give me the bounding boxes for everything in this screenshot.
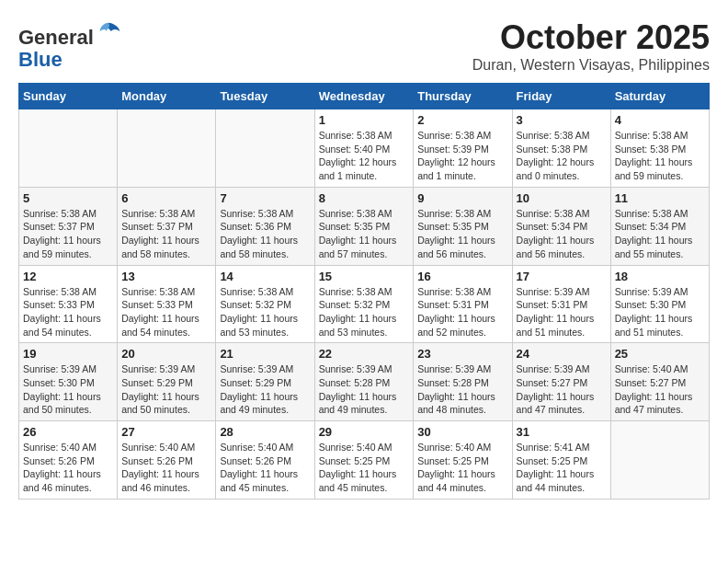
weekday-header-friday: Friday bbox=[512, 84, 610, 109]
day-info: Sunrise: 5:39 AMSunset: 5:31 PMDaylight:… bbox=[517, 285, 607, 339]
day-info: Sunrise: 5:38 AMSunset: 5:32 PMDaylight:… bbox=[220, 285, 310, 339]
logo-general: General bbox=[18, 26, 94, 49]
day-info: Sunrise: 5:38 AMSunset: 5:34 PMDaylight:… bbox=[615, 207, 705, 261]
weekday-header-monday: Monday bbox=[118, 84, 216, 109]
calendar-week-row: 1Sunrise: 5:38 AMSunset: 5:40 PMDaylight… bbox=[19, 109, 710, 188]
day-number: 29 bbox=[319, 425, 410, 439]
calendar-cell: 26Sunrise: 5:40 AMSunset: 5:26 PMDayligh… bbox=[19, 421, 118, 500]
day-info: Sunrise: 5:40 AMSunset: 5:27 PMDaylight:… bbox=[615, 362, 705, 417]
day-number: 24 bbox=[517, 347, 607, 361]
calendar-cell: 23Sunrise: 5:39 AMSunset: 5:28 PMDayligh… bbox=[414, 343, 512, 421]
day-number: 9 bbox=[417, 191, 507, 205]
day-number: 21 bbox=[220, 347, 310, 361]
day-info: Sunrise: 5:38 AMSunset: 5:35 PMDaylight:… bbox=[319, 207, 410, 261]
calendar-cell: 29Sunrise: 5:40 AMSunset: 5:25 PMDayligh… bbox=[314, 421, 414, 500]
calendar-cell: 3Sunrise: 5:38 AMSunset: 5:38 PMDaylight… bbox=[512, 109, 610, 188]
logo-blue-text: Blue bbox=[18, 49, 121, 71]
day-info: Sunrise: 5:40 AMSunset: 5:25 PMDaylight:… bbox=[319, 441, 410, 495]
calendar-week-row: 19Sunrise: 5:39 AMSunset: 5:30 PMDayligh… bbox=[19, 343, 710, 421]
day-info: Sunrise: 5:39 AMSunset: 5:28 PMDaylight:… bbox=[319, 362, 410, 417]
calendar-cell: 6Sunrise: 5:38 AMSunset: 5:37 PMDaylight… bbox=[118, 187, 216, 265]
day-number: 20 bbox=[121, 347, 211, 361]
day-info: Sunrise: 5:38 AMSunset: 5:39 PMDaylight:… bbox=[417, 129, 507, 183]
calendar-cell: 31Sunrise: 5:41 AMSunset: 5:25 PMDayligh… bbox=[512, 421, 610, 500]
day-number: 7 bbox=[220, 191, 310, 205]
logo-text: General bbox=[18, 18, 121, 49]
day-info: Sunrise: 5:38 AMSunset: 5:37 PMDaylight:… bbox=[23, 207, 113, 261]
day-number: 14 bbox=[220, 270, 310, 283]
calendar-cell: 25Sunrise: 5:40 AMSunset: 5:27 PMDayligh… bbox=[610, 343, 709, 421]
location-title: Duran, Western Visayas, Philippines bbox=[472, 57, 710, 74]
day-number: 17 bbox=[517, 270, 607, 283]
day-number: 28 bbox=[220, 425, 310, 439]
calendar-cell: 28Sunrise: 5:40 AMSunset: 5:26 PMDayligh… bbox=[216, 421, 314, 500]
day-number: 5 bbox=[23, 191, 113, 205]
calendar-cell: 14Sunrise: 5:38 AMSunset: 5:32 PMDayligh… bbox=[216, 265, 314, 343]
calendar-cell: 5Sunrise: 5:38 AMSunset: 5:37 PMDaylight… bbox=[19, 187, 118, 265]
day-info: Sunrise: 5:38 AMSunset: 5:33 PMDaylight:… bbox=[23, 285, 113, 339]
day-number: 12 bbox=[23, 270, 113, 283]
calendar-cell: 1Sunrise: 5:38 AMSunset: 5:40 PMDaylight… bbox=[314, 109, 414, 188]
calendar-cell: 2Sunrise: 5:38 AMSunset: 5:39 PMDaylight… bbox=[414, 109, 512, 188]
weekday-header-row: SundayMondayTuesdayWednesdayThursdayFrid… bbox=[19, 84, 710, 109]
calendar-cell bbox=[19, 109, 118, 188]
calendar-cell: 11Sunrise: 5:38 AMSunset: 5:34 PMDayligh… bbox=[610, 187, 709, 265]
day-number: 18 bbox=[615, 270, 705, 283]
calendar-cell: 22Sunrise: 5:39 AMSunset: 5:28 PMDayligh… bbox=[314, 343, 414, 421]
calendar-table: SundayMondayTuesdayWednesdayThursdayFrid… bbox=[18, 83, 710, 500]
logo: General Blue bbox=[18, 18, 121, 71]
day-number: 22 bbox=[319, 347, 410, 361]
calendar-body: 1Sunrise: 5:38 AMSunset: 5:40 PMDaylight… bbox=[19, 109, 710, 500]
day-info: Sunrise: 5:40 AMSunset: 5:26 PMDaylight:… bbox=[23, 441, 113, 495]
weekday-header-sunday: Sunday bbox=[19, 84, 118, 109]
day-number: 10 bbox=[517, 191, 607, 205]
day-number: 19 bbox=[23, 347, 113, 361]
calendar-cell bbox=[216, 109, 314, 188]
day-number: 23 bbox=[417, 347, 507, 361]
calendar-cell: 9Sunrise: 5:38 AMSunset: 5:35 PMDaylight… bbox=[414, 187, 512, 265]
calendar-cell: 15Sunrise: 5:38 AMSunset: 5:32 PMDayligh… bbox=[314, 265, 414, 343]
calendar-cell: 8Sunrise: 5:38 AMSunset: 5:35 PMDaylight… bbox=[314, 187, 414, 265]
day-info: Sunrise: 5:38 AMSunset: 5:36 PMDaylight:… bbox=[220, 207, 310, 261]
day-number: 31 bbox=[517, 425, 607, 439]
day-number: 27 bbox=[121, 425, 211, 439]
weekday-header-wednesday: Wednesday bbox=[314, 84, 414, 109]
weekday-header-tuesday: Tuesday bbox=[216, 84, 314, 109]
day-info: Sunrise: 5:38 AMSunset: 5:33 PMDaylight:… bbox=[121, 285, 211, 339]
day-number: 6 bbox=[121, 191, 211, 205]
calendar-cell: 20Sunrise: 5:39 AMSunset: 5:29 PMDayligh… bbox=[118, 343, 216, 421]
day-info: Sunrise: 5:38 AMSunset: 5:38 PMDaylight:… bbox=[615, 129, 705, 183]
day-number: 16 bbox=[417, 270, 507, 283]
day-info: Sunrise: 5:40 AMSunset: 5:26 PMDaylight:… bbox=[220, 441, 310, 495]
day-info: Sunrise: 5:41 AMSunset: 5:25 PMDaylight:… bbox=[517, 441, 607, 495]
day-info: Sunrise: 5:39 AMSunset: 5:29 PMDaylight:… bbox=[121, 362, 211, 417]
calendar-cell: 18Sunrise: 5:39 AMSunset: 5:30 PMDayligh… bbox=[610, 265, 709, 343]
calendar-cell bbox=[610, 421, 709, 500]
day-info: Sunrise: 5:38 AMSunset: 5:31 PMDaylight:… bbox=[417, 285, 507, 339]
calendar-week-row: 5Sunrise: 5:38 AMSunset: 5:37 PMDaylight… bbox=[19, 187, 710, 265]
calendar-cell: 12Sunrise: 5:38 AMSunset: 5:33 PMDayligh… bbox=[19, 265, 118, 343]
calendar-cell: 17Sunrise: 5:39 AMSunset: 5:31 PMDayligh… bbox=[512, 265, 610, 343]
calendar-cell: 10Sunrise: 5:38 AMSunset: 5:34 PMDayligh… bbox=[512, 187, 610, 265]
day-info: Sunrise: 5:38 AMSunset: 5:35 PMDaylight:… bbox=[417, 207, 507, 261]
calendar-cell: 4Sunrise: 5:38 AMSunset: 5:38 PMDaylight… bbox=[610, 109, 709, 188]
calendar-cell: 19Sunrise: 5:39 AMSunset: 5:30 PMDayligh… bbox=[19, 343, 118, 421]
weekday-header-thursday: Thursday bbox=[414, 84, 512, 109]
day-info: Sunrise: 5:39 AMSunset: 5:27 PMDaylight:… bbox=[517, 362, 607, 417]
day-number: 8 bbox=[319, 191, 410, 205]
logo-bird-icon bbox=[96, 18, 121, 44]
page-header: General Blue October 2025 Duran, Western… bbox=[18, 18, 710, 74]
day-number: 13 bbox=[121, 270, 211, 283]
day-info: Sunrise: 5:40 AMSunset: 5:25 PMDaylight:… bbox=[417, 441, 507, 495]
day-number: 4 bbox=[615, 113, 705, 127]
calendar-cell: 27Sunrise: 5:40 AMSunset: 5:26 PMDayligh… bbox=[118, 421, 216, 500]
day-number: 30 bbox=[417, 425, 507, 439]
calendar-week-row: 26Sunrise: 5:40 AMSunset: 5:26 PMDayligh… bbox=[19, 421, 710, 500]
day-number: 11 bbox=[615, 191, 705, 205]
day-number: 15 bbox=[319, 270, 410, 283]
day-info: Sunrise: 5:38 AMSunset: 5:40 PMDaylight:… bbox=[319, 129, 410, 183]
calendar-cell: 24Sunrise: 5:39 AMSunset: 5:27 PMDayligh… bbox=[512, 343, 610, 421]
day-number: 26 bbox=[23, 425, 113, 439]
calendar-cell: 13Sunrise: 5:38 AMSunset: 5:33 PMDayligh… bbox=[118, 265, 216, 343]
calendar-week-row: 12Sunrise: 5:38 AMSunset: 5:33 PMDayligh… bbox=[19, 265, 710, 343]
